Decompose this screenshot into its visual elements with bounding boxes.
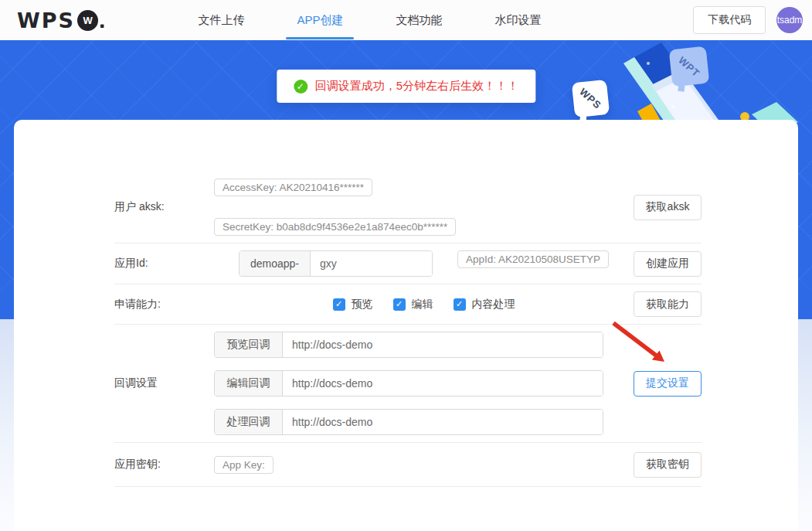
app-id-prefix: demoapp- [240,251,311,276]
app-id-label: 应用Id: [114,257,214,271]
checkbox-checked-icon: ✓ [333,298,345,311]
create-app-button[interactable]: 创建应用 [634,251,702,277]
wps-logo-text: WPS [17,9,75,32]
row-app-id: 应用Id: demoapp- AppId: AK20210508USETYP 创… [114,243,702,284]
checkbox-checked-icon: ✓ [393,298,406,311]
wps-logo-dot: . [99,16,105,24]
row-app-key: 应用密钥: App Key: 获取密钥 [114,443,702,487]
nav-item-watermark[interactable]: 水印设置 [493,9,542,32]
download-code-button[interactable]: 下载代码 [693,6,766,34]
edit-callback-addon: 编辑回调 [215,371,283,396]
preview-callback-input[interactable] [283,332,603,357]
checkbox-preview[interactable]: ✓ 预览 [333,298,373,311]
toast-message: 回调设置成功，5分钟左右后生效！！！ [315,79,518,94]
user-avatar[interactable]: tsadm [776,7,803,33]
user-aksk-label: 用户 aksk: [114,200,214,214]
get-aksk-button[interactable]: 获取aksk [634,195,702,220]
app-id-input-group: demoapp- [239,250,433,277]
secret-key-display: SecretKey: b0ab8dc9f4536e2e1a874eec0b***… [214,218,456,236]
get-ability-button[interactable]: 获取能力 [634,291,702,317]
checkbox-content-process[interactable]: ✓ 内容处理 [454,298,515,311]
top-navbar: WPS W . 文件上传 APP创建 文档功能 水印设置 下载代码 tsadm [0,0,812,40]
success-toast: ✓ 回调设置成功，5分钟左右后生效！！！ [277,70,535,103]
wps-logo[interactable]: WPS W . [17,9,105,32]
nav-item-doc-features[interactable]: 文档功能 [394,9,443,32]
app-id-input[interactable] [311,251,432,276]
wpt-speech-bubble-icon: WPT [669,46,710,87]
get-app-key-button[interactable]: 获取密钥 [634,452,702,478]
row-callback-settings: 回调设置 预览回调 编辑回调 处理回调 提交设置 [114,325,702,443]
edit-callback-input[interactable] [283,371,603,396]
abilities-label: 申请能力: [114,298,214,311]
app-key-label: 应用密钥: [114,458,214,471]
row-user-aksk: 用户 aksk: AccessKey: AK20210416****** Sec… [114,172,702,243]
access-key-display: AccessKey: AK20210416****** [214,179,372,196]
page: WPS W . 文件上传 APP创建 文档功能 水印设置 下载代码 tsadm [0,0,812,531]
preview-callback-addon: 预览回调 [215,332,283,357]
edit-callback-group: 编辑回调 [214,370,603,397]
callback-settings-label: 回调设置 [114,376,214,390]
checkbox-checked-icon: ✓ [454,298,466,311]
process-callback-group: 处理回调 [214,409,603,435]
app-settings-card: 用户 aksk: AccessKey: AK20210416****** Sec… [14,120,798,531]
submit-settings-button[interactable]: 提交设置 [634,371,702,397]
nav-item-app-create[interactable]: APP创建 [295,9,345,32]
preview-callback-group: 预览回调 [214,332,603,358]
main-nav: 文件上传 APP创建 文档功能 水印设置 [196,9,542,32]
app-key-display: App Key: [214,456,273,474]
check-circle-icon: ✓ [294,80,307,94]
app-settings-form: 用户 aksk: AccessKey: AK20210416****** Sec… [14,120,798,510]
process-callback-addon: 处理回调 [215,410,283,434]
process-callback-input[interactable] [283,410,603,434]
wps-logo-badge-icon: W [77,10,98,31]
app-id-display: AppId: AK20210508USETYP [457,250,609,268]
nav-item-file-upload[interactable]: 文件上传 [196,9,246,32]
row-abilities: 申请能力: ✓ 预览 ✓ 编辑 ✓ 内容处理 获取能力 [114,284,702,325]
wps-speech-bubble-icon: WPS [572,80,610,117]
navbar-right: 下载代码 tsadm [693,6,803,34]
checkbox-edit[interactable]: ✓ 编辑 [393,298,433,311]
